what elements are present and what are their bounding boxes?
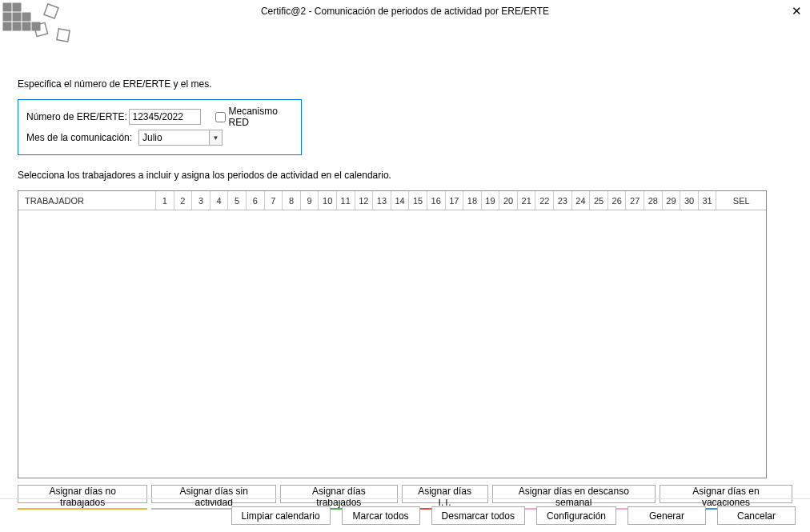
column-header-day[interactable]: 5: [228, 191, 247, 210]
calendar-grid: TRABAJADOR 1 2 3 4 5 6 7 8 9 10 11 12 13…: [18, 190, 767, 478]
svg-rect-4: [22, 13, 30, 21]
column-header-day[interactable]: 24: [572, 191, 591, 210]
column-header-day[interactable]: 12: [355, 191, 374, 210]
svg-rect-11: [57, 29, 70, 42]
title-bar: Certific@2 - Comunicación de periodos de…: [0, 0, 810, 22]
column-header-day[interactable]: 3: [192, 191, 211, 210]
column-header-day[interactable]: 23: [554, 191, 572, 210]
column-header-day[interactable]: 25: [590, 191, 608, 210]
cancel-button[interactable]: Cancelar: [717, 506, 796, 525]
svg-rect-9: [44, 4, 58, 18]
svg-rect-7: [22, 22, 30, 30]
mecanismo-red-checkbox-input[interactable]: [215, 112, 226, 122]
column-header-day[interactable]: 18: [463, 191, 482, 210]
svg-rect-3: [13, 13, 21, 21]
svg-rect-2: [3, 13, 11, 21]
window-title: Certific@2 - Comunicación de periodos de…: [261, 6, 549, 17]
column-header-day[interactable]: 15: [409, 191, 427, 210]
column-header-day[interactable]: 16: [427, 191, 446, 210]
column-header-day[interactable]: 20: [499, 191, 518, 210]
mecanismo-red-label: Mecanismo RED: [229, 106, 293, 128]
ere-number-label: Número de ERE/ERTE:: [26, 111, 129, 122]
month-select[interactable]: Julio ▼: [138, 130, 223, 146]
mark-all-button[interactable]: Marcar todos: [342, 506, 420, 525]
column-header-day[interactable]: 17: [446, 191, 464, 210]
column-header-day[interactable]: 31: [699, 191, 717, 210]
generate-button[interactable]: Generar: [628, 506, 706, 525]
ere-number-input[interactable]: [129, 109, 201, 125]
column-header-day[interactable]: 22: [535, 191, 554, 210]
chevron-down-icon: ▼: [209, 130, 222, 145]
column-header-day[interactable]: 11: [337, 191, 355, 210]
column-header-day[interactable]: 10: [319, 191, 337, 210]
app-logo-icon: [2, 2, 82, 50]
column-header-day[interactable]: 14: [391, 191, 410, 210]
column-header-day[interactable]: 27: [626, 191, 644, 210]
column-header-worker[interactable]: TRABAJADOR: [18, 191, 156, 210]
column-header-day[interactable]: 13: [373, 191, 391, 210]
column-header-day[interactable]: 30: [680, 191, 699, 210]
unmark-all-button[interactable]: Desmarcar todos: [431, 506, 525, 525]
column-header-day[interactable]: 9: [301, 191, 319, 210]
month-select-value: Julio: [139, 130, 209, 145]
column-header-day[interactable]: 6: [247, 191, 265, 210]
column-header-day[interactable]: 19: [482, 191, 500, 210]
svg-rect-6: [13, 22, 21, 30]
column-header-day[interactable]: 8: [283, 191, 301, 210]
column-header-day[interactable]: 29: [663, 191, 681, 210]
bottom-toolbar: Limpiar calendario Marcar todos Desmarca…: [0, 498, 810, 532]
close-icon[interactable]: ✕: [792, 5, 802, 17]
form-panel: Número de ERE/ERTE: Mecanismo RED Mes de…: [18, 99, 302, 155]
column-header-day[interactable]: 21: [518, 191, 536, 210]
column-header-day[interactable]: 7: [265, 191, 283, 210]
instruction-top: Especifica el número de ERE/ERTE y el me…: [18, 78, 792, 90]
svg-rect-1: [13, 3, 21, 11]
clear-calendar-button[interactable]: Limpiar calendario: [231, 506, 331, 525]
column-header-day[interactable]: 1: [156, 191, 174, 210]
svg-rect-8: [32, 22, 40, 30]
svg-rect-0: [3, 3, 11, 11]
mecanismo-red-checkbox[interactable]: Mecanismo RED: [215, 106, 293, 128]
column-header-day[interactable]: 2: [174, 191, 193, 210]
column-header-sel[interactable]: SEL: [716, 191, 766, 210]
column-header-day[interactable]: 28: [644, 191, 663, 210]
column-header-day[interactable]: 4: [211, 191, 229, 210]
month-label: Mes de la comunicación:: [26, 132, 138, 143]
configuration-button[interactable]: Configuración: [536, 506, 616, 525]
grid-header-row: TRABAJADOR 1 2 3 4 5 6 7 8 9 10 11 12 13…: [18, 191, 766, 210]
column-header-day[interactable]: 26: [608, 191, 627, 210]
instruction-grid: Selecciona los trabajadores a incluir y …: [18, 170, 792, 181]
svg-rect-5: [3, 22, 11, 30]
